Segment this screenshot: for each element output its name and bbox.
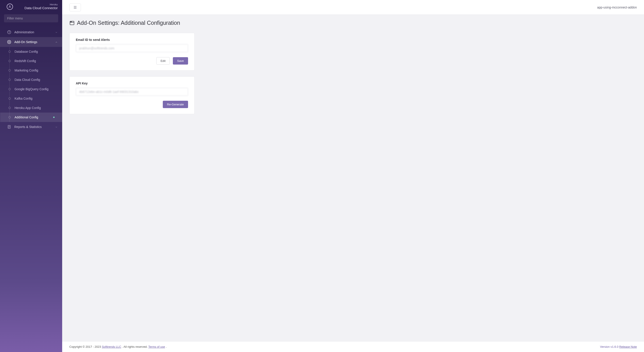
nav-section-reports[interactable]: Reports & Statistics xyxy=(0,122,62,132)
browser-icon xyxy=(69,20,75,26)
company-link[interactable]: Softtrends LLC xyxy=(102,345,121,349)
version-text: Version v1.6.0 xyxy=(600,345,619,349)
svg-point-4 xyxy=(9,41,10,42)
rights-text: . All rights reserved. xyxy=(122,345,148,349)
chevron-down-icon xyxy=(55,126,58,128)
sidebar-item-heroku-app-config[interactable]: Heroku App Config xyxy=(10,103,62,113)
api-key-card: API Key Re-Generate xyxy=(69,76,194,114)
api-key-input[interactable] xyxy=(76,88,188,96)
brand-bottom-text: Data Cloud Connector xyxy=(16,6,58,10)
main-nav: Administration Add-On Settings Database … xyxy=(0,25,62,352)
brand-logo-icon xyxy=(7,3,13,10)
sidebar-item-redshift-config[interactable]: Redshift Config xyxy=(10,56,62,66)
nav-label: Administration xyxy=(14,30,55,34)
page-title-text: Add-On Settings: Additional Configuratio… xyxy=(77,20,180,26)
main-area: app-using-mcconnect-addon Add-On Setting… xyxy=(62,0,644,352)
svg-point-14 xyxy=(71,21,71,22)
chevron-down-icon xyxy=(55,31,58,33)
brand-top-text: Heroku xyxy=(16,3,58,6)
topbar: app-using-mcconnect-addon xyxy=(62,0,644,15)
gear-icon xyxy=(7,40,11,44)
info-icon xyxy=(7,30,11,34)
sidebar-item-data-cloud-config[interactable]: Data Cloud Config xyxy=(10,75,62,84)
nav-label: Reports & Statistics xyxy=(14,125,55,129)
footer: Copyright © 2017 - 2023 Softtrends LLC .… xyxy=(62,341,644,352)
regenerate-button[interactable]: Re-Generate xyxy=(163,101,188,108)
nav-label: Add-On Settings xyxy=(14,40,55,44)
edit-button[interactable]: Edit xyxy=(156,57,170,65)
sidebar-item-additional-config[interactable]: Additional Config xyxy=(0,113,62,122)
filter-menu-input[interactable] xyxy=(4,14,58,22)
copyright-text: Copyright © 2017 - 2023 xyxy=(69,345,102,349)
dot-text: . xyxy=(166,345,166,349)
content: Add-On Settings: Additional Configuratio… xyxy=(62,15,644,341)
svg-point-15 xyxy=(71,21,71,22)
release-note-link[interactable]: Release Note xyxy=(619,345,637,349)
nav-section-addon-settings[interactable]: Add-On Settings xyxy=(0,37,62,47)
api-key-label: API Key xyxy=(76,82,188,85)
terms-link[interactable]: Terms of use xyxy=(148,345,165,349)
email-alerts-card: Email ID to send Alerts Edit Save xyxy=(69,33,194,71)
sidebar-item-kafka-config[interactable]: Kafka Config xyxy=(10,94,62,103)
svg-point-3 xyxy=(9,31,10,31)
email-input[interactable] xyxy=(76,44,188,52)
sidebar-item-marketing-config[interactable]: Marketing Config xyxy=(10,66,62,75)
app-name-label: app-using-mcconnect-addon xyxy=(597,5,637,9)
page-title: Add-On Settings: Additional Configuratio… xyxy=(69,20,637,26)
sidebar-item-database-config[interactable]: Database Config xyxy=(10,47,62,56)
email-label: Email ID to send Alerts xyxy=(76,38,188,41)
nav-section-administration[interactable]: Administration xyxy=(0,27,62,37)
svg-point-0 xyxy=(10,6,10,7)
sidebar-toggle-button[interactable] xyxy=(69,3,81,11)
sidebar: Heroku Data Cloud Connector Administrati… xyxy=(0,0,62,352)
sidebar-item-google-bigquery-config[interactable]: Google BigQuery Config xyxy=(10,84,62,94)
active-dot-icon xyxy=(53,117,54,118)
save-button[interactable]: Save xyxy=(173,57,188,65)
brand: Heroku Data Cloud Connector xyxy=(0,0,62,14)
file-icon xyxy=(7,125,11,129)
chevron-up-icon xyxy=(55,41,58,43)
